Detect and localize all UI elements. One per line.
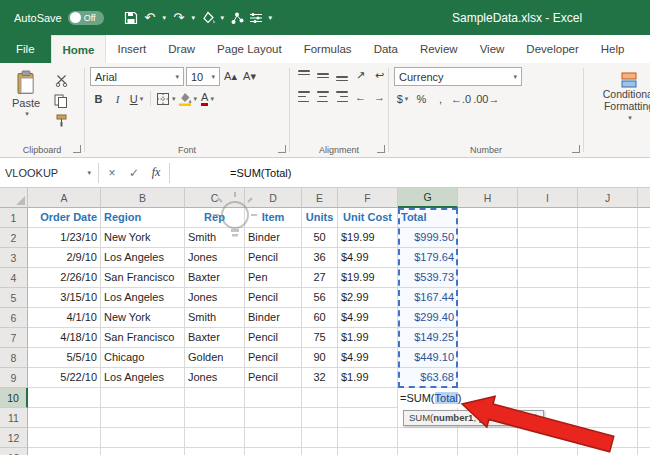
cell-H2[interactable] (458, 228, 518, 248)
comma-style-button[interactable]: , (432, 90, 449, 107)
number-format-select[interactable]: Currency ▾ (394, 67, 522, 86)
cell-E1[interactable]: Units (302, 208, 338, 228)
tab-draw[interactable]: Draw (157, 35, 206, 63)
cell-D1[interactable]: Item (245, 208, 302, 228)
row-header-2[interactable]: 2 (0, 228, 28, 248)
cell-B10[interactable] (101, 388, 185, 408)
cell-I1[interactable] (518, 208, 578, 228)
align-right-button[interactable] (333, 88, 350, 105)
tab-review[interactable]: Review (409, 35, 469, 63)
cell-K10[interactable] (638, 388, 650, 408)
cell-A5[interactable]: 3/15/10 (28, 288, 101, 308)
dialog-launcher-icon[interactable] (572, 145, 580, 153)
tab-insert[interactable]: Insert (106, 35, 157, 63)
cell-E6[interactable]: 60 (302, 308, 338, 328)
cell-C13[interactable] (185, 448, 245, 455)
redo-button[interactable]: ↷ (170, 7, 188, 29)
cell-E11[interactable] (302, 408, 338, 428)
decrease-indent-button[interactable]: ← (352, 88, 369, 105)
cell-B4[interactable]: San Francisco (101, 268, 185, 288)
cell-K9[interactable] (638, 368, 650, 388)
cell-I12[interactable] (518, 428, 578, 448)
cell-K12[interactable] (638, 428, 650, 448)
fill-color-quick-button[interactable] (199, 7, 217, 29)
tab-view[interactable]: View (469, 35, 516, 63)
align-middle-button[interactable] (314, 67, 331, 84)
cell-F1[interactable]: Unit Cost (338, 208, 398, 228)
cell-K4[interactable] (638, 268, 650, 288)
cell-D5[interactable]: Pencil (245, 288, 302, 308)
undo-dropdown[interactable]: ▾ (160, 14, 169, 22)
align-left-button[interactable] (295, 88, 312, 105)
cell-D8[interactable]: Pencil (245, 348, 302, 368)
cell-D4[interactable]: Pen (245, 268, 302, 288)
autosave-switch[interactable]: Off (68, 11, 104, 25)
cell-H9[interactable] (458, 368, 518, 388)
cell-C10[interactable] (185, 388, 245, 408)
row-header-5[interactable]: 5 (0, 288, 28, 308)
cell-A6[interactable]: 4/1/10 (28, 308, 101, 328)
cell-B2[interactable]: New York (101, 228, 185, 248)
cell-C2[interactable]: Smith (185, 228, 245, 248)
cell-B6[interactable]: New York (101, 308, 185, 328)
cell-F9[interactable]: $1.99 (338, 368, 398, 388)
cell-I7[interactable] (518, 328, 578, 348)
name-box[interactable]: VLOOKUP ▾ (0, 158, 96, 187)
active-cell-editor[interactable]: =SUM(Total) (398, 388, 466, 408)
fill-color-button[interactable]: ▾ (178, 90, 198, 107)
cell-A2[interactable]: 1/23/10 (28, 228, 101, 248)
cell-G13[interactable] (398, 448, 458, 455)
row-header-11[interactable]: 11 (0, 408, 28, 428)
cell-G9[interactable]: $63.68 (398, 368, 458, 388)
cell-I9[interactable] (518, 368, 578, 388)
decrease-decimal-button[interactable]: .00→ (473, 90, 499, 107)
underline-button[interactable]: U ▾ (128, 90, 145, 107)
cell-F10[interactable] (338, 388, 398, 408)
cell-J5[interactable] (578, 288, 638, 308)
cell-E13[interactable] (302, 448, 338, 455)
row-header-13[interactable]: 13 (0, 448, 28, 455)
cell-I3[interactable] (518, 248, 578, 268)
tab-data[interactable]: Data (363, 35, 409, 63)
cell-G8[interactable]: $449.10 (398, 348, 458, 368)
cell-B3[interactable]: Los Angeles (101, 248, 185, 268)
tab-help[interactable]: Help (590, 35, 636, 63)
cell-F6[interactable]: $4.99 (338, 308, 398, 328)
format-painter-button[interactable] (52, 113, 70, 128)
tab-page-layout[interactable]: Page Layout (206, 35, 293, 63)
cell-C11[interactable] (185, 408, 245, 428)
cell-H12[interactable] (458, 428, 518, 448)
cell-F8[interactable]: $4.99 (338, 348, 398, 368)
cell-C9[interactable]: Jones (185, 368, 245, 388)
cell-A11[interactable] (28, 408, 101, 428)
increase-indent-button[interactable]: → (371, 88, 388, 105)
cut-button[interactable] (52, 73, 70, 88)
cell-E8[interactable]: 90 (302, 348, 338, 368)
cell-H1[interactable] (458, 208, 518, 228)
cell-E12[interactable] (302, 428, 338, 448)
bold-button[interactable]: B (90, 90, 107, 107)
cell-A1[interactable]: Order Date (28, 208, 101, 228)
align-bottom-button[interactable] (333, 67, 350, 84)
copy-button[interactable] (52, 93, 70, 108)
redo-dropdown[interactable]: ▾ (189, 14, 198, 22)
cell-D13[interactable] (245, 448, 302, 455)
column-header-I[interactable]: I (518, 188, 578, 208)
tab-formulas[interactable]: Formulas (293, 35, 363, 63)
fill-color-dropdown[interactable]: ▾ (218, 14, 227, 22)
font-size-select[interactable]: 10 ▾ (186, 67, 220, 86)
accounting-format-button[interactable]: $ ▾ (394, 90, 411, 107)
column-header-C[interactable]: C (185, 188, 245, 208)
row-header-8[interactable]: 8 (0, 348, 28, 368)
cell-A10[interactable] (28, 388, 101, 408)
cell-J12[interactable] (578, 428, 638, 448)
cancel-button[interactable]: × (101, 162, 123, 184)
cell-E2[interactable]: 50 (302, 228, 338, 248)
paste-button[interactable]: Paste ▾ (5, 67, 47, 128)
formula-input[interactable]: =SUM(Total) (230, 167, 291, 179)
cell-K8[interactable] (638, 348, 650, 368)
cell-A12[interactable] (28, 428, 101, 448)
cell-C8[interactable]: Golden (185, 348, 245, 368)
cell-D10[interactable] (245, 388, 302, 408)
cell-B9[interactable]: Los Angeles (101, 368, 185, 388)
